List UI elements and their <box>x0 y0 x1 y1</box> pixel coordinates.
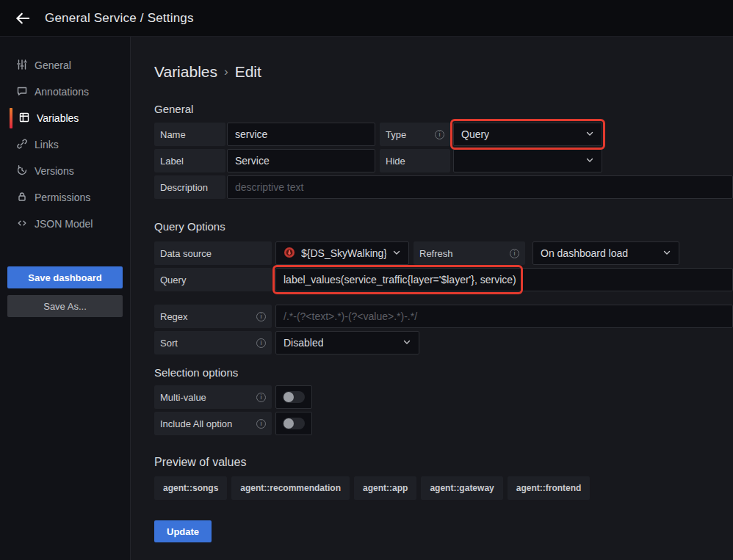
data-source-row: Data source ${DS_SkyWalking} Refreshi On… <box>154 241 733 265</box>
regex-row: Regexi <box>154 305 733 328</box>
sidebar-item-permissions[interactable]: Permissions <box>0 184 130 211</box>
breadcrumb-section[interactable]: Variables <box>154 63 217 81</box>
query-label: Query <box>154 268 272 291</box>
breadcrumb-page: Edit <box>235 63 261 81</box>
name-input[interactable] <box>227 123 375 146</box>
include-all-label: Include All optioni <box>154 412 272 435</box>
regex-label: Regexi <box>154 305 272 328</box>
label-hide-row: Label Hide <box>154 149 733 172</box>
query-options-heading: Query Options <box>154 220 733 233</box>
sliders-icon <box>16 59 28 73</box>
preview-value-chip: agent::songs <box>154 476 227 500</box>
description-label: Description <box>154 175 225 199</box>
description-row: Description <box>154 175 733 199</box>
sidebar-item-versions[interactable]: Versions <box>0 158 130 184</box>
save-dashboard-button[interactable]: Save dashboard <box>7 266 123 288</box>
regex-input[interactable] <box>275 305 733 328</box>
toggle-track <box>283 418 305 429</box>
page-title: General Service / Settings <box>45 11 194 26</box>
history-icon <box>16 164 28 178</box>
skywalking-datasource-icon <box>284 247 295 261</box>
info-icon: i <box>256 419 266 429</box>
data-source-select[interactable]: ${DS_SkyWalking} <box>275 241 409 265</box>
info-icon: i <box>435 130 444 139</box>
refresh-label: Refreshi <box>414 241 525 265</box>
grid-icon <box>18 112 30 126</box>
chevron-down-icon <box>402 337 411 349</box>
chevron-down-icon <box>392 247 401 259</box>
type-label: Typei <box>380 123 450 146</box>
toggle-track <box>283 391 305 403</box>
info-icon: i <box>256 338 266 348</box>
comment-icon <box>16 85 28 99</box>
info-icon: i <box>510 249 519 258</box>
sidebar-item-label: Annotations <box>35 86 89 98</box>
sidebar-item-label: Permissions <box>35 192 90 203</box>
link-icon <box>16 138 28 152</box>
type-select[interactable]: Query <box>453 123 602 146</box>
chevron-down-icon <box>662 247 671 259</box>
toggle-knob <box>284 392 294 402</box>
sidebar-item-label: General <box>35 59 71 71</box>
info-icon: i <box>256 393 266 402</box>
name-type-row: Name Typei Query <box>154 123 733 146</box>
selection-options-heading: Selection options <box>154 366 733 379</box>
sort-label: Sorti <box>154 331 272 354</box>
multi-value-label: Multi-valuei <box>154 385 272 409</box>
preview-heading: Preview of values <box>154 456 733 469</box>
refresh-select[interactable]: On dashboard load <box>532 241 679 265</box>
multi-value-toggle[interactable] <box>275 385 312 409</box>
multi-value-row: Multi-valuei <box>154 385 733 409</box>
sidebar-item-label: Links <box>35 139 59 150</box>
preview-value-chip: agent::gateway <box>421 476 502 500</box>
description-input[interactable] <box>227 175 733 199</box>
sidebar-item-general[interactable]: General <box>0 52 130 79</box>
sidebar-item-label: JSON Model <box>35 218 93 230</box>
chevron-down-icon <box>585 155 594 167</box>
data-source-label: Data source <box>154 241 272 265</box>
info-icon: i <box>256 312 266 321</box>
lock-icon <box>16 191 28 205</box>
active-indicator <box>10 108 12 128</box>
breadcrumb: Variables › Edit <box>154 63 733 81</box>
hide-label: Hide <box>380 149 450 172</box>
sidebar-item-label: Variables <box>37 112 79 124</box>
sidebar-item-annotations[interactable]: Annotations <box>0 79 130 105</box>
label-input[interactable] <box>227 149 375 172</box>
variables-edit-panel: Variables › Edit General Name Typei Quer… <box>131 37 733 560</box>
general-section-heading: General <box>154 103 733 115</box>
query-row: Query <box>154 268 733 291</box>
include-all-toggle[interactable] <box>275 412 312 435</box>
sidebar-item-links[interactable]: Links <box>0 131 130 158</box>
hide-select[interactable] <box>453 149 602 172</box>
sidebar-item-label: Versions <box>35 165 74 177</box>
preview-value-chip: agent::recommendation <box>231 476 350 500</box>
preview-value-chip: agent::app <box>354 476 416 500</box>
settings-sidebar: General Annotations Variables Links Vers… <box>0 37 131 560</box>
sidebar-item-variables[interactable]: Variables <box>0 105 130 131</box>
preview-values: agent::songs agent::recommendation agent… <box>154 476 733 500</box>
top-header: General Service / Settings <box>0 0 733 37</box>
name-label: Name <box>154 123 225 146</box>
save-as-button[interactable]: Save As... <box>7 295 123 317</box>
include-all-row: Include All optioni <box>154 412 733 435</box>
query-input[interactable] <box>275 268 733 291</box>
sort-select[interactable]: Disabled <box>275 331 419 354</box>
code-icon <box>16 217 28 231</box>
sidebar-item-json-model[interactable]: JSON Model <box>0 211 130 237</box>
sort-row: Sorti Disabled <box>154 331 733 354</box>
label-label: Label <box>154 149 225 172</box>
chevron-down-icon <box>585 128 594 140</box>
preview-value-chip: agent::frontend <box>508 476 591 500</box>
update-button[interactable]: Update <box>154 520 212 542</box>
breadcrumb-separator-icon: › <box>224 65 228 79</box>
back-arrow-icon[interactable] <box>13 9 32 28</box>
toggle-knob <box>284 418 294 429</box>
